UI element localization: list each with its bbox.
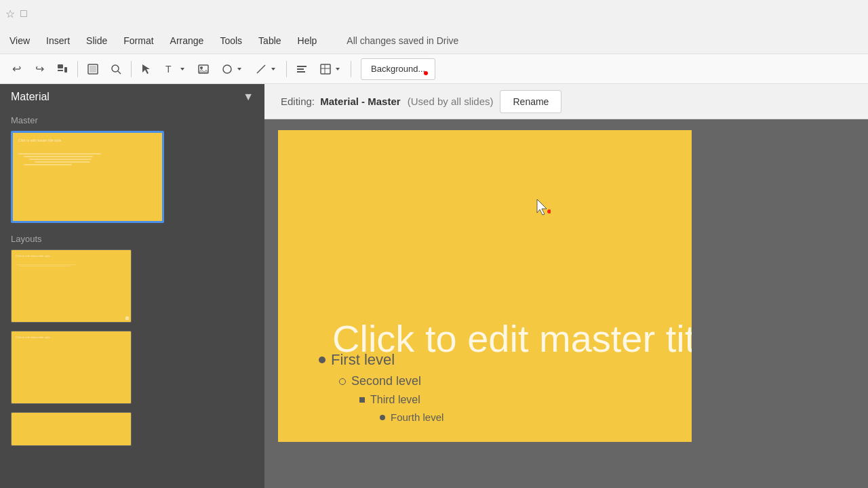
svg-marker-23 xyxy=(336,68,340,70)
paint-icon xyxy=(56,63,68,75)
svg-point-13 xyxy=(223,65,231,73)
sidebar-scroll[interactable]: Master Click to edit master title style xyxy=(0,110,264,488)
bullet-circle-sm-1 xyxy=(380,415,385,420)
menu-view[interactable]: View xyxy=(3,31,37,50)
editing-theme-name: Material - Master xyxy=(320,96,400,107)
text-dropdown-icon xyxy=(179,66,186,73)
editing-prefix: Editing: Material - Master (Used by all … xyxy=(281,96,493,107)
table-icon xyxy=(319,63,332,75)
menu-tools[interactable]: Tools xyxy=(213,31,249,50)
svg-rect-17 xyxy=(297,66,307,67)
svg-point-11 xyxy=(200,66,203,69)
level-1-item: First level xyxy=(319,351,692,369)
master-label: Master xyxy=(11,115,254,125)
svg-rect-2 xyxy=(64,67,67,73)
shape-dropdown-icon xyxy=(236,66,243,73)
svg-text:T: T xyxy=(165,64,172,75)
text-icon: T xyxy=(164,63,176,75)
svg-rect-18 xyxy=(297,68,304,70)
table-dropdown-icon xyxy=(334,66,341,73)
image-icon xyxy=(197,63,210,75)
zoom-button[interactable] xyxy=(105,58,127,80)
image-button[interactable] xyxy=(193,58,214,80)
svg-marker-9 xyxy=(180,68,184,70)
svg-rect-1 xyxy=(58,70,63,71)
menu-help[interactable]: Help xyxy=(291,31,324,50)
master-section: Master Click to edit master title style xyxy=(0,115,264,465)
separator-4 xyxy=(351,61,351,77)
layouts-label: Layouts xyxy=(11,234,254,244)
layout-corner-dot-1 xyxy=(125,317,129,320)
separator-3 xyxy=(286,61,287,77)
cursor-icon xyxy=(140,63,153,75)
svg-line-15 xyxy=(257,65,265,73)
level-2-item: Second level xyxy=(339,374,692,388)
paint-format-button[interactable] xyxy=(52,58,73,80)
shape-icon xyxy=(221,63,233,75)
menu-insert[interactable]: Insert xyxy=(39,31,77,50)
master-thumbnail[interactable]: Click to edit master title style xyxy=(11,131,164,223)
text-button[interactable]: T xyxy=(159,58,191,80)
rename-button[interactable]: Rename xyxy=(500,90,561,113)
menu-format[interactable]: Format xyxy=(117,31,160,50)
layout-thumb-1[interactable]: Click to edit master title style xyxy=(11,249,132,323)
star-icon[interactable]: ☆ xyxy=(5,7,15,20)
main-area: Material ▼ Master Click to edit master t… xyxy=(0,84,868,488)
svg-marker-14 xyxy=(237,68,241,70)
level-4-text: Fourth level xyxy=(391,411,443,423)
undo-button[interactable]: ↩ xyxy=(5,58,27,80)
editing-bar: Editing: Material - Master (Used by all … xyxy=(264,84,868,119)
layout-1-title: Click to edit master title style xyxy=(16,254,127,258)
editing-prefix-text: Editing: xyxy=(281,96,315,107)
sidebar-title: Material xyxy=(11,91,50,103)
canvas-area: Editing: Material - Master (Used by all … xyxy=(264,84,868,488)
background-red-dot xyxy=(424,71,428,75)
fit-icon xyxy=(87,63,99,75)
level-2-text: Second level xyxy=(351,374,421,388)
svg-marker-12 xyxy=(199,69,208,73)
svg-rect-4 xyxy=(90,66,96,73)
toolbar: ↩ ↪ T xyxy=(0,54,868,84)
redo-button[interactable]: ↪ xyxy=(28,58,50,80)
bullet-square-1 xyxy=(359,397,365,403)
sidebar-header: Material ▼ xyxy=(0,84,264,110)
save-status: All changes saved in Drive xyxy=(340,31,465,50)
title-bar: ☆ □ xyxy=(0,0,868,27)
separator-1 xyxy=(77,61,78,77)
zoom-icon xyxy=(110,63,122,75)
editing-subtitle: (Used by all slides) xyxy=(408,96,494,107)
background-button[interactable]: Background... xyxy=(361,58,435,80)
svg-marker-7 xyxy=(142,64,150,74)
align-button[interactable] xyxy=(291,58,313,80)
level-4-item: Fourth level xyxy=(380,411,692,423)
slide-canvas[interactable]: Click to edit master title First level S… xyxy=(278,130,692,442)
svg-marker-16 xyxy=(271,68,275,70)
table-toolbar-button[interactable] xyxy=(314,58,347,80)
background-button-label: Background... xyxy=(371,64,425,74)
align-icon xyxy=(296,63,308,75)
line-icon xyxy=(255,63,267,75)
separator-2 xyxy=(131,61,132,77)
level-3-item: Third level xyxy=(359,394,692,406)
menu-bar: View Insert Slide Format Arrange Tools T… xyxy=(0,27,868,54)
svg-rect-0 xyxy=(58,64,63,68)
menu-slide[interactable]: Slide xyxy=(79,31,114,50)
menu-arrange[interactable]: Arrange xyxy=(163,31,211,50)
menu-table[interactable]: Table xyxy=(252,31,288,50)
layout-thumb-3[interactable] xyxy=(11,412,132,446)
slide-content: First level Second level Third level Fou… xyxy=(319,351,692,428)
line-button[interactable] xyxy=(250,58,282,80)
sidebar-dropdown-icon[interactable]: ▼ xyxy=(243,91,254,103)
layout-thumb-2[interactable]: Click to edit master title style xyxy=(11,331,132,404)
line-dropdown-icon xyxy=(270,66,277,73)
shape-button[interactable] xyxy=(216,58,248,80)
square-icon[interactable]: □ xyxy=(20,7,27,20)
cursor-button[interactable] xyxy=(136,58,157,80)
bullet-hollow-1 xyxy=(339,378,346,385)
level-3-text: Third level xyxy=(370,394,420,406)
svg-rect-19 xyxy=(297,71,305,73)
bullet-circle-1 xyxy=(319,357,326,363)
svg-rect-20 xyxy=(321,64,330,74)
svg-line-6 xyxy=(118,71,121,74)
zoom-fit-button[interactable] xyxy=(82,58,104,80)
